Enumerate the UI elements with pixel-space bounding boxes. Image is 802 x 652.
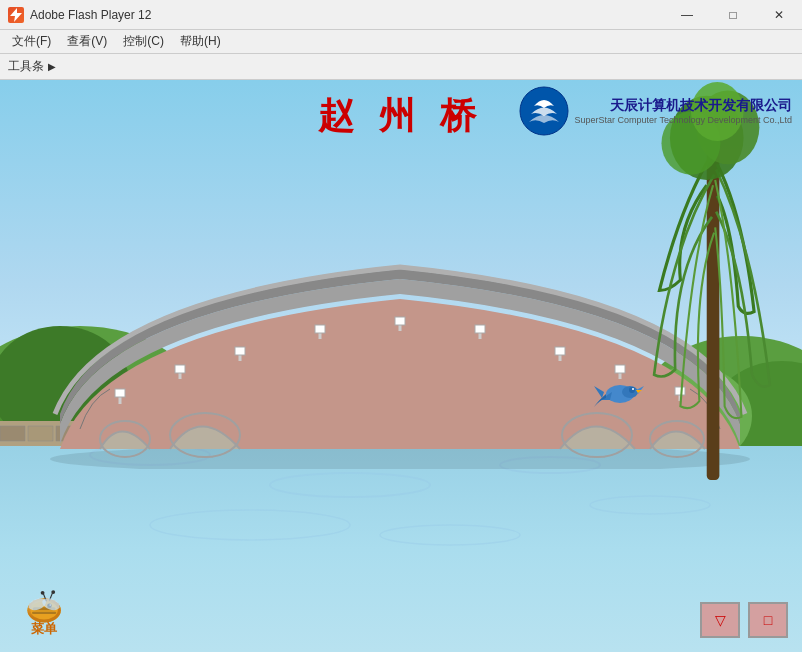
company-subtitle: SuperStar Computer Technology Developmen…	[575, 115, 792, 125]
svg-rect-42	[555, 347, 565, 355]
company-icon	[519, 86, 569, 136]
svg-point-4	[150, 510, 350, 540]
company-text: 天辰计算机技术开发有限公司 SuperStar Computer Technol…	[575, 97, 792, 125]
menu-icon	[17, 586, 72, 624]
maximize-button[interactable]: □	[710, 0, 756, 30]
svg-rect-40	[395, 317, 405, 325]
svg-marker-54	[594, 386, 604, 398]
menu-button[interactable]: 菜单	[14, 586, 74, 638]
svg-rect-37	[175, 365, 185, 373]
toolbar-label: 工具条	[8, 58, 44, 75]
svg-point-2	[270, 473, 430, 497]
bird	[592, 372, 647, 412]
toolbar: 工具条 ▶	[0, 54, 802, 80]
svg-rect-39	[315, 325, 325, 333]
svg-rect-36	[115, 389, 125, 397]
svg-point-57	[632, 388, 634, 390]
bridge-title: 赵 州 桥	[318, 92, 484, 141]
title-bar: Adobe Flash Player 12 — □ ✕	[0, 0, 802, 30]
svg-rect-63	[31, 612, 55, 614]
svg-rect-38	[235, 347, 245, 355]
company-logo: 天辰计算机技术开发有限公司 SuperStar Computer Technol…	[519, 86, 792, 136]
nav-down-button[interactable]: ▽	[700, 602, 740, 638]
svg-point-5	[380, 525, 520, 545]
svg-rect-41	[475, 325, 485, 333]
svg-point-67	[40, 591, 44, 595]
flash-content: 赵 州 桥 天辰计算机技术开发有限公司 SuperStar Computer T…	[0, 80, 802, 652]
toolbar-arrow: ▶	[48, 61, 56, 72]
svg-point-69	[51, 590, 55, 594]
minimize-button[interactable]: —	[664, 0, 710, 30]
menu-bar: 文件(F) 查看(V) 控制(C) 帮助(H)	[0, 30, 802, 54]
nav-buttons: ▽ □	[700, 602, 788, 638]
menu-file[interactable]: 文件(F)	[4, 31, 59, 52]
flash-icon	[8, 7, 24, 23]
menu-label: 菜单	[31, 620, 57, 638]
close-button[interactable]: ✕	[756, 0, 802, 30]
svg-point-56	[629, 387, 635, 393]
menu-control[interactable]: 控制(C)	[115, 31, 172, 52]
willow-tree	[632, 80, 792, 480]
nav-square-button[interactable]: □	[748, 602, 788, 638]
menu-help[interactable]: 帮助(H)	[172, 31, 229, 52]
svg-point-6	[590, 496, 710, 514]
window-controls: — □ ✕	[664, 0, 802, 30]
menu-view[interactable]: 查看(V)	[59, 31, 115, 52]
svg-marker-0	[10, 8, 22, 22]
company-name: 天辰计算机技术开发有限公司	[575, 97, 792, 115]
